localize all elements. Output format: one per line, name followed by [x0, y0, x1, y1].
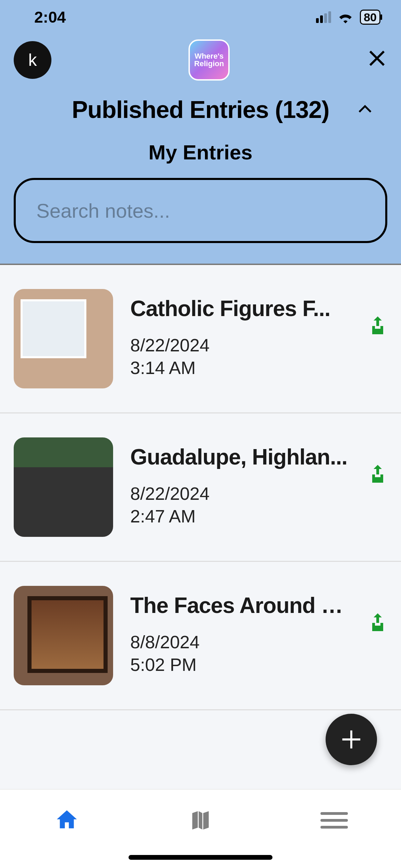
status-time: 2:04: [34, 8, 66, 26]
share-icon[interactable]: [369, 316, 386, 338]
tab-home[interactable]: [46, 803, 87, 837]
list-item[interactable]: The Faces Around M... 8/8/2024 5:02 PM: [0, 562, 401, 710]
search-input[interactable]: [14, 178, 387, 243]
entry-date: 8/22/2024: [130, 483, 353, 504]
entry-time: 3:14 AM: [130, 358, 353, 378]
home-indicator[interactable]: [129, 855, 272, 860]
cellular-icon: [316, 11, 331, 23]
entry-title: The Faces Around M...: [130, 593, 350, 618]
close-icon[interactable]: [367, 48, 387, 72]
avatar[interactable]: k: [14, 41, 51, 79]
share-icon[interactable]: [369, 465, 386, 487]
status-bar: 2:04 80: [0, 0, 401, 34]
battery-icon: 80: [360, 10, 380, 25]
entry-date: 8/22/2024: [130, 335, 353, 355]
tab-menu[interactable]: [314, 803, 355, 837]
entry-thumbnail: [14, 437, 113, 537]
tab-my-entries[interactable]: My Entries: [14, 141, 387, 164]
tab-map[interactable]: [180, 803, 221, 837]
entry-time: 2:47 AM: [130, 506, 353, 527]
add-button[interactable]: [326, 714, 377, 765]
entry-time: 5:02 PM: [130, 654, 353, 675]
entry-title: Catholic Figures F...: [130, 296, 350, 321]
entry-date: 8/8/2024: [130, 632, 353, 652]
home-icon: [55, 808, 79, 832]
entries-list: Catholic Figures F... 8/22/2024 3:14 AM …: [0, 265, 401, 789]
map-icon: [190, 808, 211, 832]
menu-icon: [320, 812, 348, 829]
entry-title: Guadalupe, Highlan...: [130, 444, 350, 470]
status-right: 80: [316, 10, 380, 25]
header: k Where's Religion Published Entries (13…: [0, 34, 401, 265]
entry-thumbnail: [14, 586, 113, 685]
wifi-icon: [337, 11, 354, 24]
share-icon[interactable]: [369, 613, 386, 635]
list-item[interactable]: Catholic Figures F... 8/22/2024 3:14 AM: [0, 265, 401, 413]
entry-thumbnail: [14, 289, 113, 388]
chevron-up-icon[interactable]: [356, 100, 374, 119]
list-item[interactable]: Guadalupe, Highlan... 8/22/2024 2:47 AM: [0, 413, 401, 562]
plus-icon: [339, 727, 363, 751]
page-title: Published Entries (132): [72, 96, 329, 123]
app-logo: Where's Religion: [189, 39, 230, 81]
